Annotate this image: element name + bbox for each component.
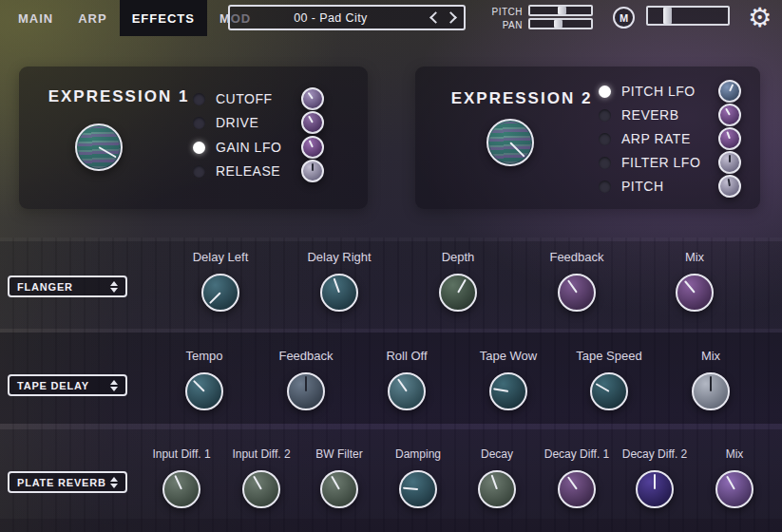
tape-speed-knob[interactable] bbox=[590, 372, 628, 410]
expression2-target-reverb[interactable]: REVERB bbox=[599, 103, 741, 127]
flanger-selector-value: FLANGER bbox=[17, 281, 73, 293]
radio-dot[interactable] bbox=[599, 86, 611, 98]
radio-dot[interactable] bbox=[193, 93, 205, 105]
knob-label: Decay Diff. 1 bbox=[534, 446, 620, 463]
settings-gear-icon[interactable]: ⚙ bbox=[742, 1, 777, 34]
preset-selector[interactable]: 00 - Pad City bbox=[228, 5, 466, 30]
target-label: ARP RATE bbox=[621, 131, 691, 146]
radio-dot[interactable] bbox=[599, 109, 611, 122]
knob-label: Roll Off bbox=[364, 348, 449, 365]
reverb-mix-control: Mix bbox=[692, 446, 777, 508]
tape-speed-control: Tape Speed bbox=[566, 348, 652, 410]
drive-amount-knob[interactable] bbox=[301, 111, 324, 134]
expression1-target-release[interactable]: RELEASE bbox=[193, 159, 324, 183]
knob-needle bbox=[729, 84, 734, 91]
tape-mix-control: Mix bbox=[668, 348, 753, 410]
expression2-main-knob[interactable] bbox=[486, 119, 534, 166]
preset-prev-button[interactable] bbox=[431, 13, 440, 22]
tab-main[interactable]: MAIN bbox=[6, 0, 66, 36]
knob-needle bbox=[729, 155, 731, 162]
plate-reverb-selector-value: PLATE REVERB bbox=[17, 477, 106, 488]
expression2-target-pitch[interactable]: PITCH bbox=[599, 174, 741, 199]
flanger-feedback-knob[interactable] bbox=[558, 274, 596, 312]
mono-button[interactable]: M bbox=[613, 7, 635, 28]
tape-wow-knob[interactable] bbox=[489, 372, 527, 410]
radio-dot[interactable] bbox=[193, 165, 205, 178]
knob-label: Mix bbox=[668, 348, 753, 365]
arp-rate-amount-knob[interactable] bbox=[718, 127, 741, 150]
preset-next-button[interactable] bbox=[447, 13, 455, 22]
tape-feedback-knob[interactable] bbox=[287, 372, 325, 410]
tab-effects[interactable]: EFFECTS bbox=[120, 0, 207, 36]
depth-knob[interactable] bbox=[439, 274, 477, 312]
knob-needle bbox=[334, 278, 340, 294]
knob-needle bbox=[209, 292, 221, 304]
reverb-mix-knob[interactable] bbox=[715, 470, 753, 508]
bw-filter-control: BW Filter bbox=[296, 446, 382, 508]
target-label: REVERB bbox=[621, 107, 679, 123]
decay-knob[interactable] bbox=[478, 470, 516, 508]
decay-diff-2-knob[interactable] bbox=[636, 470, 674, 508]
knob-needle bbox=[193, 380, 205, 392]
radio-dot[interactable] bbox=[599, 133, 611, 145]
expression2-target-filter-lfo[interactable]: FILTER LFO bbox=[599, 150, 741, 175]
volume-slider-handle[interactable] bbox=[663, 8, 672, 24]
knob-needle bbox=[726, 476, 735, 490]
expression2-target-arp-rate[interactable]: ARP RATE bbox=[599, 126, 741, 151]
pitch-lfo-amount-knob[interactable] bbox=[718, 80, 741, 103]
knob-label: Decay bbox=[454, 446, 540, 463]
expression1-target-drive[interactable]: DRIVE bbox=[193, 110, 324, 135]
input-diff-1-knob[interactable] bbox=[162, 470, 200, 508]
gain-lfo-amount-knob[interactable] bbox=[301, 136, 324, 159]
bw-filter-knob[interactable] bbox=[320, 470, 358, 508]
roll-off-knob[interactable] bbox=[388, 372, 426, 410]
knob-label: Mix bbox=[692, 446, 777, 463]
plate-reverb-selector[interactable]: PLATE REVERB bbox=[8, 471, 127, 493]
pitch-slider-handle[interactable] bbox=[558, 7, 566, 14]
pitch-amount-knob[interactable] bbox=[718, 175, 741, 198]
radio-dot[interactable] bbox=[599, 157, 611, 169]
expression1-target-cutoff[interactable]: CUTOFF bbox=[193, 86, 324, 111]
radio-dot[interactable] bbox=[193, 142, 205, 154]
dropdown-arrows-icon bbox=[110, 477, 118, 488]
tape-mix-knob[interactable] bbox=[692, 372, 730, 410]
release-amount-knob[interactable] bbox=[301, 160, 324, 182]
pan-slider[interactable] bbox=[528, 18, 593, 29]
knob-label: Mix bbox=[652, 249, 737, 266]
dropdown-arrows-icon bbox=[110, 380, 118, 391]
flanger-mix-knob[interactable] bbox=[676, 274, 714, 312]
main-tab-bar: MAIN ARP EFFECTS MOD bbox=[6, 0, 263, 36]
volume-slider[interactable] bbox=[646, 6, 730, 26]
filter-lfo-amount-knob[interactable] bbox=[718, 151, 741, 174]
input-diff-2-control: Input Diff. 2 bbox=[219, 446, 304, 508]
decay-diff-1-knob[interactable] bbox=[558, 470, 596, 508]
radio-dot[interactable] bbox=[193, 117, 205, 129]
expression1-panel: EXPRESSION 1 CUTOFF DRIVE GAIN LFO RELEA… bbox=[19, 66, 368, 209]
expression2-target-pitch-lfo[interactable]: PITCH LFO bbox=[599, 79, 741, 104]
tape-delay-selector[interactable]: TAPE DELAY bbox=[8, 374, 127, 396]
expression1-main-knob[interactable] bbox=[75, 124, 123, 171]
tempo-knob[interactable] bbox=[185, 372, 223, 410]
cutoff-amount-knob[interactable] bbox=[301, 87, 324, 110]
tab-arp[interactable]: ARP bbox=[66, 0, 119, 36]
tape-feedback-control: Feedback bbox=[263, 348, 349, 410]
flanger-selector[interactable]: FLANGER bbox=[8, 276, 127, 297]
roll-off-control: Roll Off bbox=[364, 348, 449, 410]
knob-needle bbox=[308, 116, 314, 124]
knob-needle bbox=[509, 142, 525, 157]
reverb-amount-knob[interactable] bbox=[718, 104, 741, 126]
damping-knob[interactable] bbox=[399, 470, 437, 508]
knob-needle bbox=[493, 388, 508, 392]
pan-slider-handle[interactable] bbox=[554, 20, 563, 28]
delay-right-knob[interactable] bbox=[320, 274, 358, 312]
input-diff-2-knob[interactable] bbox=[242, 470, 280, 508]
knob-label: Feedback bbox=[534, 249, 620, 266]
delay-left-knob[interactable] bbox=[201, 274, 239, 312]
pitch-slider[interactable] bbox=[528, 5, 593, 16]
knob-label: Input Diff. 1 bbox=[139, 446, 224, 463]
expression1-target-gain-lfo[interactable]: GAIN LFO bbox=[193, 135, 324, 160]
delay-left-control: Delay Left bbox=[178, 249, 263, 312]
knob-label: Input Diff. 2 bbox=[219, 446, 304, 463]
radio-dot[interactable] bbox=[599, 180, 611, 193]
expression1-title: EXPRESSION 1 bbox=[38, 87, 200, 106]
